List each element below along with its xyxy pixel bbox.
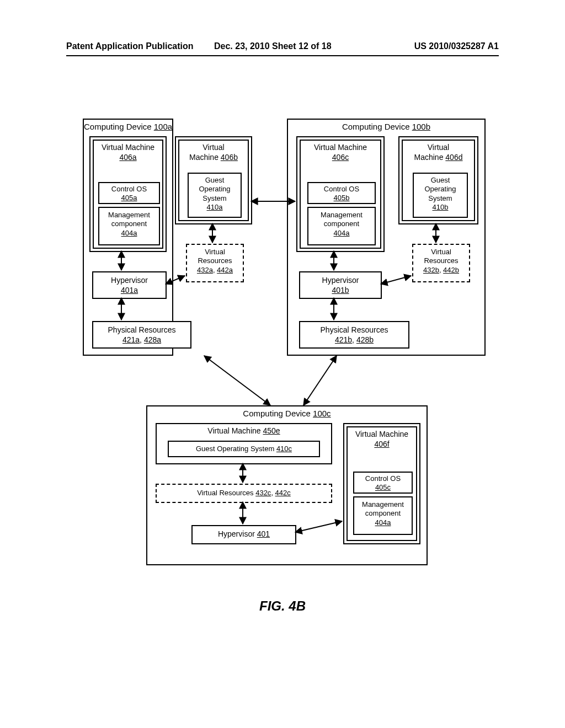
- devC-vres-sep: ,: [271, 489, 275, 497]
- devA-phys-sep: ,: [140, 335, 144, 344]
- devA-vm1-inner: Virtual Machine406a Control OS405a Manag…: [93, 140, 163, 249]
- header-left: Patent Application Publication: [66, 41, 194, 51]
- devC-mgmt-pre2: component: [365, 509, 401, 517]
- devB-vm2-pre2: Machine: [414, 153, 446, 162]
- devB-title-ref: 100b: [412, 122, 430, 131]
- devA-title-ref: 100a: [154, 122, 172, 131]
- devB-phys-pre: Physical Resources: [321, 325, 388, 334]
- devA-guest-pre: Guest: [205, 176, 225, 184]
- header-mid: Dec. 23, 2010 Sheet 12 of 18: [214, 41, 332, 51]
- devB-mgmt-ref: 404a: [334, 229, 350, 237]
- devA-vm1-outer: Virtual Machine406a Control OS405a Manag…: [89, 136, 167, 252]
- devC-vm2-outer: Virtual Machine406f Control OS405c Manag…: [343, 423, 420, 544]
- devC-gos-pre: Guest Operating System: [196, 445, 276, 453]
- devA-guest-os: GuestOperatingSystem410a: [188, 173, 242, 218]
- devA-vres: VirtualResources432a, 442a: [186, 244, 244, 282]
- devC-vres-ref1: 432c: [255, 489, 271, 497]
- devC-ctrl-os: Control OS405c: [353, 472, 413, 494]
- devA-vm2-ref: 406b: [221, 153, 238, 162]
- diagram-canvas: Computing Device 100a Virtual Machine406…: [83, 119, 486, 571]
- devB-guest-pre: Guest: [431, 176, 450, 184]
- devC-mgmt-pre: Management: [362, 500, 404, 508]
- device-c: Computing Device 100c Virtual Machine 45…: [146, 405, 428, 565]
- devB-vres: VirtualResources432b, 442b: [412, 244, 470, 282]
- devC-gos-ref: 410c: [276, 445, 292, 453]
- devA-guest-pre2: Operating: [199, 185, 230, 193]
- devA-vm2-pre2: Machine: [189, 153, 221, 162]
- devB-phys-ref2: 428b: [356, 335, 374, 344]
- device-a: Computing Device 100a Virtual Machine406…: [83, 119, 173, 356]
- devC-title: Computing Device: [243, 409, 313, 418]
- devC-mgmt: Managementcomponent404a: [353, 496, 413, 535]
- devB-vm1-pre: Virtual Machine: [314, 143, 367, 152]
- devC-vm2-ref: 406f: [374, 440, 389, 448]
- devA-phys: Physical Resources421a, 428a: [92, 321, 191, 349]
- devA-mgmt: Managementcomponent404a: [98, 207, 160, 245]
- devB-vres-pre: Virtual: [431, 248, 451, 256]
- devA-mgmt-pre: Management: [108, 211, 150, 219]
- devA-guest-ref: 410a: [207, 203, 223, 211]
- header-right: US 2010/0325287 A1: [414, 41, 499, 51]
- devC-hyp: Hypervisor 401: [191, 525, 296, 544]
- devB-vm1-inner: Virtual Machine406c Control OS405b Manag…: [300, 140, 381, 249]
- devB-mgmt-pre: Management: [321, 211, 363, 219]
- devB-vm2-ref: 406d: [445, 153, 462, 162]
- devC-hyp-ref: 401: [257, 529, 270, 538]
- devA-phys-pre: Physical Resources: [108, 325, 176, 334]
- devA-mgmt-pre2: component: [111, 220, 147, 228]
- devC-vm2-pre: Virtual Machine: [355, 430, 408, 438]
- devC-hyp-pre: Hypervisor: [218, 529, 257, 538]
- devB-hyp: Hypervisor401b: [299, 271, 382, 299]
- devA-vres-pre: Virtual: [205, 248, 225, 256]
- devA-hyp-ref: 401a: [121, 286, 138, 295]
- devB-ctrl-os: Control OS405b: [307, 182, 376, 204]
- devA-hyp: Hypervisor401a: [92, 271, 167, 299]
- devC-vm1: Virtual Machine 450e Guest Operating Sys…: [156, 423, 332, 464]
- devA-hyp-pre: Hypervisor: [111, 276, 148, 285]
- devA-ctrl-os: Control OS405a: [98, 182, 160, 204]
- devC-vres: Virtual Resources 432c, 442c: [156, 484, 332, 503]
- devC-vres-pre: Virtual Resources: [197, 489, 255, 497]
- devB-mgmt: Managementcomponent404a: [307, 207, 376, 245]
- figure-caption: FIG. 4B: [0, 598, 565, 614]
- devB-title: Computing Device: [342, 122, 412, 131]
- page-root: Patent Application Publication Dec. 23, …: [0, 0, 565, 728]
- devA-ctrl-ref: 405a: [121, 194, 137, 202]
- devA-vres-ref2: 442a: [217, 266, 233, 274]
- devB-vres-ref1: 432b: [423, 266, 439, 274]
- devA-vm2-inner: VirtualMachine 406b GuestOperatingSystem…: [178, 140, 249, 221]
- devA-title: Computing Device: [84, 122, 154, 131]
- devC-ctrl-ref: 405c: [375, 483, 391, 491]
- devA-mgmt-ref: 404a: [121, 229, 137, 237]
- devB-phys-ref1: 421b: [335, 335, 352, 344]
- devA-vres-ref1: 432a: [197, 266, 213, 274]
- devC-title-ref: 100c: [313, 409, 331, 418]
- devC-gos: Guest Operating System 410c: [168, 441, 320, 457]
- devB-vm1-outer: Virtual Machine406c Control OS405b Manag…: [296, 136, 385, 252]
- devC-vm1-ref: 450e: [263, 426, 280, 435]
- devB-phys: Physical Resources421b, 428b: [299, 321, 409, 349]
- devA-phys-ref2: 428a: [144, 335, 161, 344]
- devA-ctrl-pre: Control OS: [111, 185, 147, 193]
- device-b: Computing Device 100b Virtual Machine406…: [287, 119, 486, 356]
- devB-guest-pre2: Operating: [424, 185, 456, 193]
- devB-vres-ref2: 442b: [443, 266, 459, 274]
- devA-vres-pre2: Resources: [198, 256, 232, 265]
- devA-vm2-outer: VirtualMachine 406b GuestOperatingSystem…: [175, 136, 252, 224]
- svg-line-9: [204, 356, 270, 405]
- devA-vm1-pre: Virtual Machine: [102, 143, 154, 152]
- devB-vm1-ref: 406c: [332, 153, 349, 162]
- devA-phys-ref1: 421a: [122, 335, 140, 344]
- devB-guest-ref: 410b: [433, 203, 449, 211]
- devB-mgmt-pre2: component: [324, 220, 359, 228]
- devB-vres-pre2: Resources: [424, 256, 458, 265]
- devB-vm2-outer: VirtualMachine 406d GuestOperatingSystem…: [398, 136, 478, 224]
- devC-vm2-inner: Virtual Machine406f Control OS405c Manag…: [347, 426, 417, 541]
- svg-line-10: [303, 356, 337, 405]
- devC-mgmt-ref: 404a: [375, 518, 391, 527]
- devC-vres-ref2: 442c: [275, 489, 291, 497]
- devB-hyp-ref: 401b: [332, 286, 349, 295]
- header-rule: [66, 55, 499, 56]
- devC-ctrl-pre: Control OS: [365, 474, 401, 483]
- devA-vm1-ref: 406a: [119, 153, 136, 162]
